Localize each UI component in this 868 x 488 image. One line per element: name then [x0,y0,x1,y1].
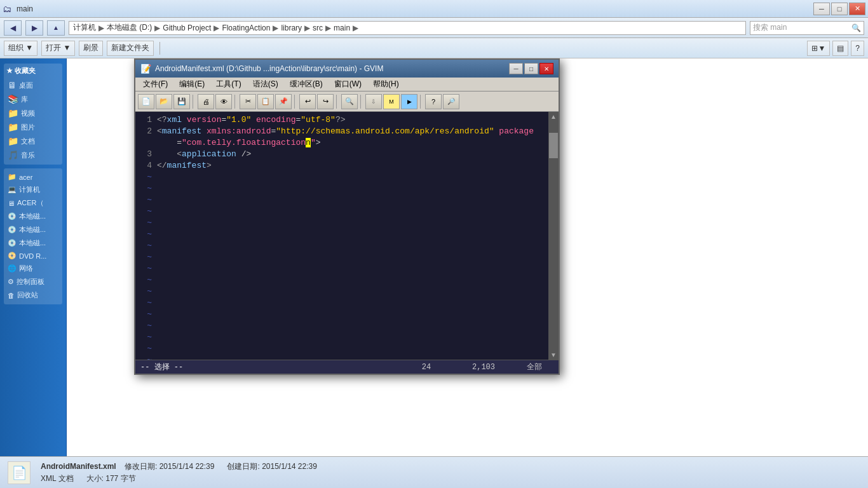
sidebar-item-music[interactable]: 🎵 音乐 [6,148,60,162]
gvim-new-btn[interactable]: 📄 [138,94,154,109]
gvim-preview-btn[interactable]: 👁 [215,94,232,109]
gvim-redo-btn[interactable]: ↪ [317,94,334,109]
gvim-close-button[interactable]: ✕ [539,63,553,74]
close-button[interactable]: ✕ [849,3,865,15]
acer-brand-icon: 🖥 [8,200,15,207]
help-button[interactable]: ? [851,41,864,56]
main-layout: ★ 收藏夹 🖥 桌面 📚 库 📁 视频 📁 图片 📁 文档 [0,58,868,456]
view-button[interactable]: ⊞▼ [807,41,830,56]
sidebar-item-acer-brand[interactable]: 🖥 ACER（ [6,196,60,210]
gvim-maximize-button[interactable]: □ [524,63,538,74]
gvim-cut-btn[interactable]: ✂ [240,94,256,109]
scroll-up-arrow[interactable]: ▲ [550,113,557,120]
minimize-button[interactable]: ─ [813,3,830,15]
code-line-4: </manifest> [157,160,546,172]
gvim-menu-file[interactable]: 文件(F) [138,78,173,91]
scroll-down-arrow[interactable]: ▼ [550,351,557,358]
sidebar-item-desktop[interactable]: 🖥 桌面 [6,78,60,92]
sidebar-item-acer[interactable]: 📁 acer [6,171,60,183]
window-title: main [17,4,33,13]
gvim-editor[interactable]: 1 2 3 4 ~ ~ ~ ~ ~ ~ ~ ~ ~ [135,112,559,360]
gvim-undo-btn[interactable]: ↩ [299,94,316,109]
gvim-menu-edit[interactable]: 编辑(E) [174,78,210,91]
print-button[interactable]: 刷景 [79,41,103,56]
status-type-row: XML 文档 大小: 177 字节 [41,473,317,484]
sidebar-item-network[interactable]: 🌐 网络 [6,262,60,275]
pane-button[interactable]: ▤ [832,41,848,56]
gvim-macro-btn[interactable]: M [383,94,400,109]
sidebar-item-localdisk3[interactable]: 💿 本地磁... [6,236,60,250]
sidebar-item-localdisk2[interactable]: 💿 本地磁... [6,223,60,236]
disk2-icon: 💿 [8,226,17,234]
gvim-run-btn[interactable]: ▶ [401,94,417,109]
sidebar-item-localdisk1[interactable]: 💿 本地磁... [6,210,60,223]
modal-overlay: 📝 AndroidManifest.xml (D:\Github ...ingA… [67,58,868,456]
back-button[interactable]: ◀ [4,20,22,36]
gvim-paste-btn[interactable]: 📌 [275,94,292,109]
gvim-help-btn[interactable]: ? [425,94,442,109]
sidebar-item-video[interactable]: 📁 视频 [6,106,60,120]
recycle-icon: 🗑 [8,292,15,299]
sidebar-item-control-panel[interactable]: ⚙ 控制面板 [6,275,60,288]
gvim-menu-tools[interactable]: 工具(T) [211,78,246,91]
line-num-4: 4 [138,160,152,172]
gvim-menu-buffer[interactable]: 缓冲区(B) [285,78,328,91]
star-icon: ★ [6,67,13,75]
vertical-scrollbar[interactable]: ▲ ▼ [548,112,559,360]
gvim-menubar: 文件(F) 编辑(E) 工具(T) 语法(S) 缓冲区(B) 窗口(W) 帮助(… [135,78,559,92]
tilde-17: ~ [138,355,152,360]
breadcrumb-github[interactable]: Github Project [163,24,211,32]
breadcrumb-computer[interactable]: 计算机 [73,22,96,33]
gvim-open-btn[interactable]: 📂 [156,94,172,109]
sidebar-item-computer[interactable]: 💻 计算机 [6,183,60,196]
gvim-tb-sep2 [234,95,237,109]
gvim-menu-window[interactable]: 窗口(W) [329,78,367,91]
sidebar-item-pictures[interactable]: 📁 图片 [6,120,60,134]
breadcrumb-disk[interactable]: 本地磁盘 (D:) [107,22,152,33]
gvim-search-btn[interactable]: 🔎 [443,94,459,109]
breadcrumb-library[interactable]: library [281,24,302,32]
sidebar-item-dvd[interactable]: 📀 DVD R... [6,250,60,262]
maximize-button[interactable]: □ [831,3,848,15]
gvim-menu-help[interactable]: 帮助(H) [368,78,404,91]
scrollbar-thumb[interactable] [549,133,558,158]
gvim-toolbar: 📄 📂 💾 🖨 👁 ✂ 📋 📌 ↩ ↪ 🔍 ⇩ [135,92,559,112]
gvim-copy-btn[interactable]: 📋 [257,94,274,109]
gvim-find-btn[interactable]: 🔍 [341,94,358,109]
open-button[interactable]: 打开 ▼ [41,41,75,56]
address-path[interactable]: 计算机 ▶ 本地磁盘 (D:) ▶ Github Project ▶ Float… [69,21,746,35]
breadcrumb-main[interactable]: main [334,24,350,32]
sidebar-item-recycle[interactable]: 🗑 回收站 [6,288,60,302]
gvim-tb-sep6 [420,95,423,109]
tilde-9: ~ [138,263,152,274]
gvim-save-btn[interactable]: 💾 [173,94,190,109]
xml-icon: 📄 [11,465,27,480]
tilde-8: ~ [138,252,152,263]
sidebar-item-documents[interactable]: 📁 文档 [6,134,60,148]
gvim-tb-sep4 [336,95,339,109]
status-size: 大小: 177 字节 [86,474,136,483]
code-line-2b: ="com.telly.floatingactionn"> [157,137,546,149]
breadcrumb-src[interactable]: src [313,24,323,32]
window-controls: ─ □ ✕ [813,3,865,15]
gvim-tb-sep5 [360,95,363,109]
gvim-menu-syntax[interactable]: 语法(S) [248,78,283,91]
sidebar-item-library[interactable]: 📚 库 [6,92,60,106]
favorites-title: ★ 收藏夹 [6,66,60,76]
gvim-code-area[interactable]: <?xml version="1.0" encoding="utf-8"?> <… [154,112,548,360]
tilde-12: ~ [138,297,152,309]
status-modified: 修改日期: 2015/1/14 22:39 [125,462,214,471]
search-icon[interactable]: 🔍 [851,24,861,32]
forward-button[interactable]: ▶ [25,20,43,36]
organize-button[interactable]: 组织 ▼ [4,41,37,56]
breadcrumb-floating[interactable]: FloatingAction [222,24,270,32]
search-box[interactable]: 搜索 main 🔍 [750,21,864,35]
desktop-icon: 🖥 [8,80,17,90]
gvim-minimize-button[interactable]: ─ [509,63,523,74]
gvim-status-mode: -- 选择 -- [140,362,401,372]
line-num-1: 1 [138,114,152,126]
new-folder-button[interactable]: 新建文件夹 [107,41,154,56]
gvim-print-btn[interactable]: 🖨 [198,94,214,109]
gvim-goto-btn[interactable]: ⇩ [365,94,382,109]
up-button[interactable]: ▲ [47,20,65,36]
